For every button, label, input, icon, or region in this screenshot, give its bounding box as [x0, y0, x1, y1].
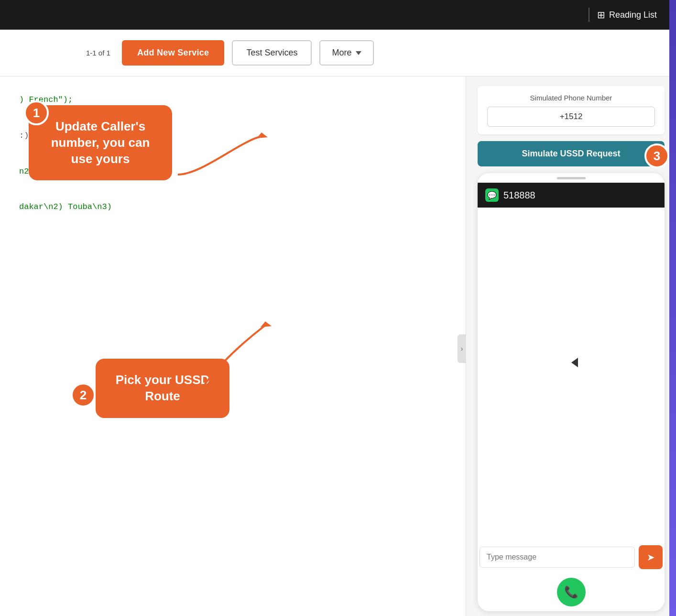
add-new-service-button[interactable]: Add New Service [122, 40, 225, 66]
collapse-icon: › [461, 345, 463, 352]
step-1-number: 1 [33, 106, 40, 121]
message-input[interactable] [480, 547, 635, 568]
right-accent-bar [669, 0, 676, 616]
phone-mock: 💬 518888 ➤ 📞 [478, 173, 665, 611]
more-label: More [332, 48, 351, 58]
pagination-label: 1-1 of 1 [86, 49, 110, 57]
phone-number-label: Simulated Phone Number [487, 94, 655, 102]
step-2-circle: 2 [71, 383, 96, 407]
reading-list-icon: ⊞ [597, 9, 605, 21]
step-2-number: 2 [80, 388, 87, 403]
test-services-button[interactable]: Test Services [232, 40, 312, 66]
top-bar: ⊞ Reading List [0, 0, 676, 30]
phone-panel: › Simulated Phone Number Simulate USSD R… [466, 77, 676, 616]
simulate-ussd-button[interactable]: Simulate USSD Request [478, 141, 665, 166]
phone-header: 💬 518888 [478, 183, 665, 208]
step-3-circle: 3 [644, 143, 669, 168]
top-bar-divider [589, 8, 589, 22]
tooltip-1: Update Caller's number, you can use your… [29, 105, 172, 180]
phone-body [478, 208, 665, 541]
toolbar: 1-1 of 1 Add New Service Test Services M… [0, 30, 676, 77]
code-line-6 [19, 180, 456, 198]
more-button[interactable]: More [319, 40, 373, 66]
reading-list-label: Reading List [609, 10, 657, 20]
code-line-7: dakar\n2) Touba\n3) [19, 198, 456, 216]
phone-number-section: Simulated Phone Number [478, 86, 665, 134]
collapse-handle[interactable]: › [458, 334, 466, 363]
phone-notch [478, 173, 665, 183]
phone-number-input[interactable] [487, 107, 655, 127]
cursor-indicator [571, 358, 578, 367]
chevron-down-icon [356, 51, 361, 55]
ussd-number: 518888 [503, 190, 535, 201]
phone-input-row: ➤ [478, 541, 665, 573]
step-3-number: 3 [654, 149, 660, 164]
main-content: ) French"); :) { n2) Touba\n3) Thies"); … [0, 77, 676, 616]
send-button[interactable]: ➤ [639, 545, 663, 569]
send-icon: ➤ [647, 551, 655, 563]
tooltip-2: Pick your USSD Route [96, 359, 229, 418]
chat-icon: 💬 [485, 188, 499, 202]
tooltip-1-text: Update Caller's number, you can use your… [51, 119, 150, 166]
reading-list-button[interactable]: ⊞ Reading List [597, 9, 657, 21]
tooltip-2-text: Pick your USSD Route [116, 373, 210, 403]
phone-icon: 📞 [564, 585, 578, 599]
call-button[interactable]: 📞 [557, 578, 586, 606]
step-1-circle: 1 [24, 100, 49, 125]
phone-notch-bar [557, 177, 586, 179]
